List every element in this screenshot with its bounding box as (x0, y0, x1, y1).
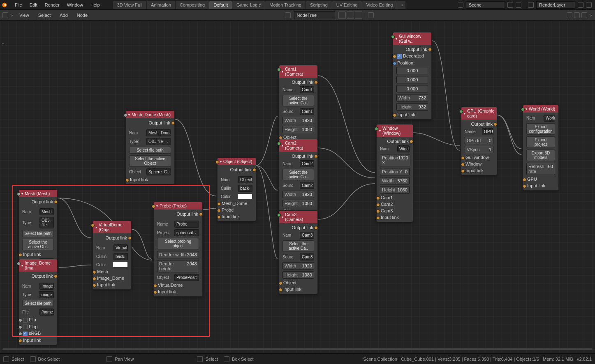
name-input[interactable]: Window (397, 145, 410, 152)
name-input[interactable]: World (544, 115, 555, 122)
tab-motion[interactable]: Motion Tracking (265, 1, 306, 9)
scroll-h[interactable] (2, 348, 593, 350)
sidebar-expand-icon[interactable]: › (1, 43, 5, 44)
node-title[interactable]: Window (Window) (377, 124, 413, 137)
posx[interactable]: Position X1920 (380, 154, 410, 166)
overlay-icon[interactable] (574, 12, 580, 18)
select-cam-button[interactable]: Select the active Ca.. (282, 240, 314, 252)
menu-add[interactable]: Add (56, 11, 72, 19)
shield-icon[interactable] (338, 12, 346, 19)
select-object-button[interactable]: Select the active Object (129, 155, 171, 167)
color-swatch[interactable] (237, 194, 253, 199)
node-world[interactable]: World (World) NamWorld Export configurat… (523, 105, 559, 191)
node-title[interactable]: GPU (Graphic card) (461, 107, 497, 120)
source-input[interactable]: Cam2 (300, 182, 314, 189)
node-canvas[interactable]: › Mesh (Mesh) Output link NamMesh Type:O… (0, 21, 595, 352)
height[interactable]: Height1080 (282, 126, 314, 133)
export-3d-button[interactable]: Export 3D models (526, 150, 555, 161)
tab-scripting[interactable]: Scripting (306, 1, 332, 9)
select-file-button[interactable]: Select file path (129, 147, 171, 154)
unlink-tree-icon[interactable] (355, 12, 362, 19)
nodetree-input[interactable]: NodeTree (294, 11, 335, 19)
scene-close-icon[interactable] (516, 2, 521, 8)
export-project-button[interactable]: Export project (526, 136, 555, 148)
snap-icon[interactable] (567, 12, 572, 18)
width[interactable]: Width5760 (380, 177, 410, 184)
menu-file[interactable]: File (12, 1, 25, 9)
width[interactable]: Width1920 (282, 191, 314, 198)
width[interactable]: Width1920 (282, 262, 314, 270)
refresh-rate[interactable]: Refresh rate60 (526, 163, 555, 175)
name-input[interactable]: Cam2 (300, 160, 314, 167)
vsync[interactable]: VSync1 (465, 146, 493, 153)
layer-name-input[interactable]: RenderLayer (536, 1, 575, 9)
node-title[interactable]: Gui window (Gui w.. (393, 32, 431, 45)
options-icon[interactable] (581, 12, 587, 18)
name-input[interactable]: Object (238, 176, 252, 183)
editor-type-icon[interactable] (2, 12, 8, 18)
tree-browse-icon[interactable] (285, 12, 291, 18)
pos2[interactable]: 0.000 (396, 85, 428, 92)
menu-help[interactable]: Help (87, 1, 103, 9)
node-gpu[interactable]: GPU (Graphic card) Output link NameGPU G… (461, 107, 497, 175)
name-input[interactable]: Cam3 (300, 232, 314, 239)
node-cam3[interactable]: Cam3 (Camera) Output link NamCam3 Select… (279, 210, 318, 294)
posy[interactable]: Position Y0 (380, 168, 410, 175)
scene-copy-icon[interactable] (507, 2, 513, 8)
type-select[interactable]: OBJ file (146, 138, 171, 145)
tab-video[interactable]: Video Editing (362, 1, 397, 9)
layer-browse-icon[interactable] (528, 2, 534, 8)
node-title[interactable]: Cam2 (Camera) (279, 139, 317, 152)
pin-icon[interactable] (368, 12, 374, 18)
layer-close-icon[interactable] (586, 2, 592, 8)
tab-default[interactable]: Default (209, 1, 232, 9)
object-input[interactable]: Sphere_C.. (146, 168, 171, 175)
source-input[interactable]: Cam3 (300, 253, 314, 260)
tab-animation[interactable]: Animation (147, 1, 175, 9)
width[interactable]: Width1920 (282, 117, 314, 124)
height[interactable]: Height1080 (380, 186, 410, 194)
name-input[interactable]: Mesh_Dome (146, 129, 171, 136)
gpuid[interactable]: GPu Id0 (465, 137, 493, 144)
blender-logo-icon (0, 2, 9, 8)
node-gui-window[interactable]: Gui window (Gui w.. Output link Decorate… (393, 32, 432, 120)
tab-compositing[interactable]: Compositing (176, 1, 209, 9)
scene-name-input[interactable]: Scene (466, 1, 505, 9)
decorated-check[interactable]: Decorated (395, 53, 430, 60)
pos0[interactable]: 0.000 (396, 67, 428, 74)
node-title[interactable]: Object (Object) (218, 158, 256, 165)
pos1[interactable]: 0.000 (396, 76, 428, 83)
tab-uv[interactable]: UV Editing (332, 1, 362, 9)
width[interactable]: Width732 (396, 94, 428, 101)
name-input[interactable]: Cam1 (300, 86, 314, 93)
source-input[interactable]: Cam1 (300, 108, 314, 115)
node-title[interactable]: Mesh_Dome (Mesh) (126, 111, 174, 118)
scene-browse-icon[interactable] (458, 2, 463, 8)
culling-select[interactable]: back (238, 185, 252, 192)
menu-edit[interactable]: Edit (26, 1, 41, 9)
copy-tree-icon[interactable] (347, 12, 354, 19)
node-title[interactable]: World (World) (523, 105, 558, 113)
tab-add-icon[interactable]: + (397, 1, 405, 9)
node-cam1[interactable]: Cam1 (Camera) Output link NameCam1 Selec… (279, 65, 318, 149)
node-mesh-dome[interactable]: Mesh_Dome (Mesh) Output link NamMesh_Dom… (125, 111, 175, 184)
menu-window[interactable]: Window (64, 1, 86, 9)
menu-select[interactable]: Select (34, 11, 55, 19)
node-object[interactable]: Object (Object) Output link NamObject Cu… (217, 157, 256, 221)
tab-gamelogic[interactable]: Game Logic (232, 1, 265, 9)
layer-copy-icon[interactable] (578, 2, 583, 8)
node-window[interactable]: Window (Window) Output link NamWindow Po… (376, 124, 413, 222)
node-title[interactable]: Cam3 (Camera) (279, 211, 317, 223)
height[interactable]: Height1080 (282, 200, 314, 207)
menu-render[interactable]: Render (42, 1, 63, 9)
select-cam-button[interactable]: Select the active Ca.. (282, 169, 314, 180)
node-title[interactable]: Cam1 (Camera) (279, 65, 317, 78)
height[interactable]: Height1080 (282, 271, 314, 279)
menu-node[interactable]: Node (73, 11, 92, 19)
tab-3dview[interactable]: 3D View Full (113, 1, 147, 9)
name-input[interactable]: GPU (482, 128, 493, 135)
select-cam-button[interactable]: Select the active Ca.. (282, 95, 314, 106)
export-config-button[interactable]: Export configuration (526, 123, 555, 135)
menu-view[interactable]: View (15, 11, 33, 19)
height[interactable]: Height932 (396, 103, 428, 111)
